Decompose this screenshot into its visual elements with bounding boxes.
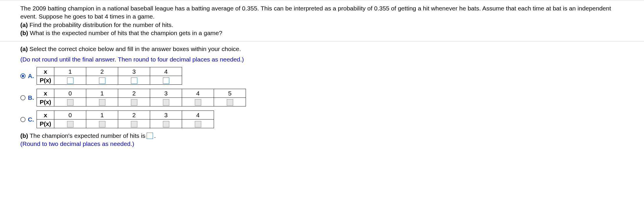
part-a-desc: Find the probability distribution for th… — [28, 21, 173, 28]
px-row-header: P(x) — [37, 120, 54, 128]
part-a-bold: (a) — [20, 21, 28, 28]
x-row-header: x — [37, 67, 54, 76]
probability-input — [195, 99, 201, 106]
x-value-cell: 1 — [86, 111, 118, 120]
distribution-table-a: x1234P(x) — [37, 67, 182, 85]
px-input-cell — [86, 98, 118, 106]
radio-dot-icon — [22, 75, 24, 77]
x-value-cell: 3 — [150, 111, 182, 120]
x-value-cell: 1 — [54, 67, 86, 76]
x-row-header: x — [37, 89, 54, 98]
distribution-table-c: x01234P(x) — [37, 111, 214, 128]
px-input-cell — [214, 98, 246, 106]
part-a-header: (a) Select the correct choice below and … — [20, 46, 624, 53]
answer-section: (a) Select the correct choice below and … — [0, 41, 644, 151]
radio-option-b[interactable]: B. — [20, 94, 37, 101]
px-input-cell — [118, 76, 150, 85]
x-row-header: x — [37, 111, 54, 120]
choice-letter: B. — [28, 94, 34, 101]
distribution-table-b: x012345P(x) — [37, 89, 246, 106]
probability-input — [195, 121, 201, 127]
x-value-cell: 4 — [182, 89, 214, 98]
px-input-cell — [150, 98, 182, 106]
px-input-cell — [182, 98, 214, 106]
px-input-cell — [86, 120, 118, 128]
x-value-cell: 0 — [54, 89, 86, 98]
x-value-cell: 3 — [118, 67, 150, 76]
probability-input[interactable] — [163, 77, 169, 84]
px-input-cell — [118, 120, 150, 128]
part-b-desc: What is the expected number of hits that… — [28, 30, 222, 36]
px-row-header: P(x) — [37, 98, 54, 106]
radio-circle-icon — [20, 117, 26, 122]
px-input-cell — [54, 98, 86, 106]
probability-input — [67, 121, 73, 127]
x-value-cell: 2 — [118, 89, 150, 98]
part-b-before: The champion's expected number of hits i… — [28, 132, 145, 139]
px-input-cell — [150, 120, 182, 128]
px-input-cell — [54, 120, 86, 128]
x-value-cell: 5 — [214, 89, 246, 98]
x-value-cell: 2 — [86, 67, 118, 76]
px-input-cell — [118, 98, 150, 106]
probability-input — [163, 121, 169, 127]
part-b-round-note: (Round to two decimal places as needed.) — [20, 140, 624, 147]
probability-input — [131, 99, 137, 106]
px-input-cell — [54, 76, 86, 85]
expected-hits-input[interactable] — [147, 133, 153, 139]
x-value-cell: 4 — [182, 111, 214, 120]
choice-row-a: A.x1234P(x) — [20, 67, 624, 85]
x-value-cell: 3 — [150, 89, 182, 98]
px-input-cell — [150, 76, 182, 85]
probability-input — [131, 121, 137, 127]
choice-row-c: C.x01234P(x) — [20, 111, 624, 128]
probability-input — [99, 99, 105, 106]
choice-row-b: B.x012345P(x) — [20, 89, 624, 106]
px-row-header: P(x) — [37, 76, 54, 85]
radio-option-c[interactable]: C. — [20, 116, 37, 123]
probability-input[interactable] — [131, 77, 137, 84]
x-value-cell: 1 — [86, 89, 118, 98]
probability-input — [163, 99, 169, 106]
question-section: The 2009 batting champion in a national … — [0, 0, 644, 41]
radio-circle-icon — [20, 73, 26, 79]
probability-input — [99, 121, 105, 127]
part-b-bold: (b) — [20, 30, 28, 36]
px-input-cell — [182, 120, 214, 128]
part-a-answer-label: (a) — [20, 46, 28, 52]
rounding-instruction: (Do not round until the final answer. Th… — [20, 56, 624, 63]
part-b-after: . — [154, 132, 156, 139]
probability-input — [227, 99, 233, 106]
part-b-answer-label: (b) — [20, 132, 28, 139]
probability-input — [67, 99, 73, 106]
radio-option-a[interactable]: A. — [20, 73, 37, 79]
probability-input[interactable] — [67, 77, 73, 84]
choice-letter: A. — [28, 73, 34, 79]
question-block: The 2009 batting champion in a national … — [20, 4, 624, 37]
probability-input[interactable] — [99, 77, 105, 84]
x-value-cell: 0 — [54, 111, 86, 120]
question-intro: The 2009 batting champion in a national … — [20, 5, 611, 20]
part-a-answer-text: Select the correct choice below and fill… — [28, 46, 241, 52]
x-value-cell: 4 — [150, 67, 182, 76]
radio-circle-icon — [20, 95, 26, 100]
x-value-cell: 2 — [118, 111, 150, 120]
px-input-cell — [86, 76, 118, 85]
part-b-answer: (b) The champion's expected number of hi… — [20, 132, 624, 139]
choice-letter: C. — [28, 116, 34, 123]
